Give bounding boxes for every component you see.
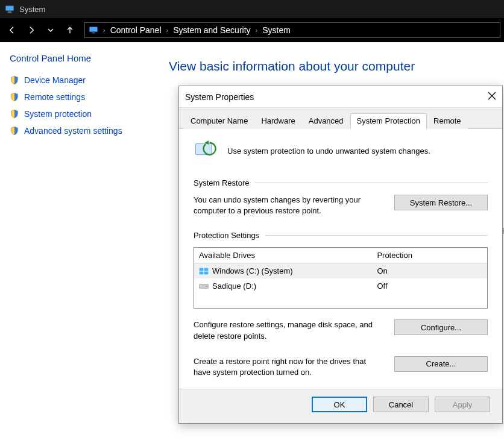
section-heading-restore: System Restore <box>194 178 249 187</box>
svg-rect-2 <box>7 12 12 13</box>
drive-status: On <box>372 263 487 278</box>
svg-rect-0 <box>5 6 13 11</box>
sidebar-link-advanced-system-settings[interactable]: Advanced system settings <box>10 126 147 136</box>
breadcrumb-segment[interactable]: Control Panel <box>110 25 162 35</box>
svg-rect-10 <box>204 272 209 275</box>
drive-name: Windows (C:) (System) <box>212 266 293 275</box>
tab-computer-name[interactable]: Computer Name <box>184 113 254 129</box>
dialog-body: Use system protection to undo unwanted s… <box>179 129 502 389</box>
window-title: System <box>19 5 45 14</box>
forward-button[interactable] <box>23 22 40 39</box>
system-protection-icon <box>194 139 218 163</box>
sidebar-link-label: System protection <box>24 109 92 119</box>
drive-status: Off <box>372 278 487 294</box>
dialog-title: System Properties <box>185 92 254 102</box>
restore-description: You can undo system changes by reverting… <box>194 195 385 216</box>
sidebar-link-label: Advanced system settings <box>24 126 122 136</box>
dialog-tabs: Computer NameHardwareAdvancedSystem Prot… <box>179 108 502 129</box>
tab-hardware[interactable]: Hardware <box>254 113 301 129</box>
svg-rect-9 <box>200 272 204 275</box>
system-icon <box>89 25 98 35</box>
sidebar-link-system-protection[interactable]: System protection <box>10 109 147 119</box>
chevron-right-icon: › <box>166 27 169 34</box>
tab-remote[interactable]: Remote <box>427 113 468 129</box>
sidebar-link-remote-settings[interactable]: Remote settings <box>10 92 147 102</box>
configure-description: Configure restore settings, manage disk … <box>194 319 385 341</box>
drives-table[interactable]: Available Drives Protection Windows (C:)… <box>194 247 488 309</box>
dialog-intro-text: Use system protection to undo unwanted s… <box>227 146 430 156</box>
configure-button[interactable]: Configure... <box>394 319 488 335</box>
ok-button[interactable]: OK <box>312 397 367 412</box>
column-header-protection[interactable]: Protection <box>372 248 487 263</box>
table-row[interactable]: Sadique (D:)Off <box>194 278 487 294</box>
chevron-right-icon: › <box>103 27 106 34</box>
control-panel-home-link[interactable]: Control Panel Home <box>10 53 147 63</box>
dialog-footer: OK Cancel Apply <box>179 389 502 423</box>
system-properties-dialog: System Properties Computer NameHardwareA… <box>178 86 503 424</box>
dialog-titlebar: System Properties <box>179 86 502 108</box>
page-heading: View basic information about your comput… <box>169 59 492 74</box>
table-row[interactable]: Windows (C:) (System)On <box>194 263 487 278</box>
system-restore-button[interactable]: System Restore... <box>394 195 488 210</box>
divider <box>265 235 488 236</box>
svg-rect-7 <box>200 268 204 271</box>
window-titlebar: System <box>0 0 504 18</box>
up-button[interactable] <box>61 22 78 39</box>
close-button[interactable] <box>488 92 496 102</box>
create-button[interactable]: Create... <box>394 356 488 372</box>
breadcrumb[interactable]: › Control Panel › System and Security › … <box>84 22 500 38</box>
breadcrumb-segment[interactable]: System <box>262 25 291 35</box>
sidebar-link-device-manager[interactable]: Device Manager <box>10 75 147 85</box>
svg-point-12 <box>206 286 207 287</box>
column-header-drives[interactable]: Available Drives <box>194 248 372 263</box>
drive-name: Sadique (D:) <box>212 281 256 291</box>
tab-advanced[interactable]: Advanced <box>302 113 350 129</box>
address-bar-row: › Control Panel › System and Security › … <box>0 18 504 42</box>
section-heading-protection: Protection Settings <box>194 231 259 240</box>
tab-system-protection[interactable]: System Protection <box>350 113 427 129</box>
svg-rect-4 <box>92 33 95 33</box>
chevron-right-icon: › <box>256 27 258 34</box>
divider <box>255 183 488 183</box>
system-icon <box>5 4 14 14</box>
apply-button[interactable]: Apply <box>435 397 490 412</box>
svg-rect-8 <box>204 268 209 271</box>
svg-rect-1 <box>8 11 11 12</box>
breadcrumb-segment[interactable]: System and Security <box>173 25 250 35</box>
create-description: Create a restore point right now for the… <box>194 356 385 378</box>
recent-locations-button[interactable] <box>42 22 59 39</box>
sidebar-link-label: Remote settings <box>24 92 85 102</box>
cancel-button[interactable]: Cancel <box>373 397 429 412</box>
sidebar: Control Panel Home Device ManagerRemote … <box>0 42 157 443</box>
back-button[interactable] <box>4 22 20 39</box>
sidebar-link-label: Device Manager <box>24 75 86 85</box>
svg-rect-3 <box>89 27 97 32</box>
